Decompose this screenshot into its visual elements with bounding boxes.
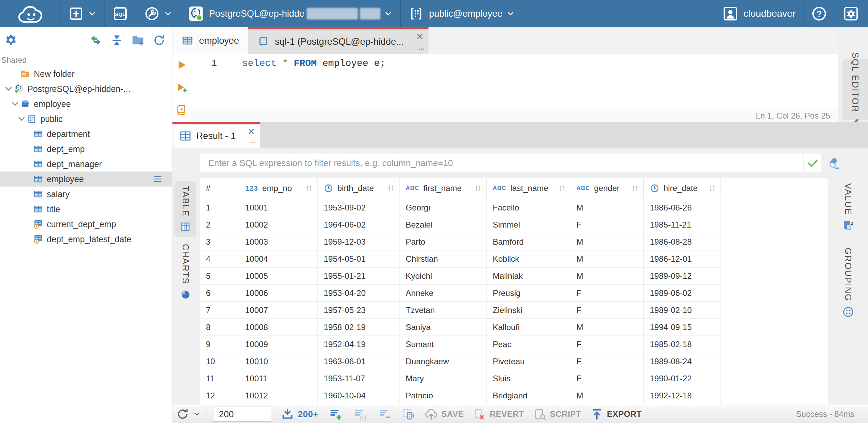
data-cell[interactable]: F xyxy=(570,353,644,370)
table-row[interactable]: 6100061953-04-20AnnekePreusigF1989-06-02 xyxy=(200,285,721,302)
expand-chevron-icon[interactable] xyxy=(16,114,27,124)
data-cell[interactable]: 1958-02-19 xyxy=(318,319,400,336)
data-cell[interactable]: 10001 xyxy=(239,199,318,216)
execute-script-icon[interactable] xyxy=(176,104,188,116)
delete-row-icon[interactable] xyxy=(378,407,392,421)
close-icon[interactable]: ✕ xyxy=(248,127,255,136)
sql-editor[interactable]: 1 select * FROM employee e; xyxy=(172,54,838,109)
data-cell[interactable]: Saniya xyxy=(400,319,487,336)
data-cell[interactable]: Chirstian xyxy=(400,250,487,267)
data-cell[interactable]: M xyxy=(570,319,644,336)
data-cell[interactable]: Zielinski xyxy=(487,302,570,318)
data-cell[interactable]: 10010 xyxy=(239,353,318,370)
sort-icon[interactable] xyxy=(557,183,566,193)
data-cell[interactable]: 1985-02-18 xyxy=(644,336,721,353)
data-cell[interactable]: Sluis xyxy=(487,370,570,387)
row-limit-input[interactable] xyxy=(213,407,271,422)
data-cell[interactable]: F xyxy=(570,336,644,353)
sort-icon[interactable] xyxy=(304,183,314,193)
tree-item-dept_emp_latest_date[interactable]: dept_emp_latest_date xyxy=(0,232,172,247)
result-grid[interactable]: #123emp_nobirth_dateABCfirst_nameABClast… xyxy=(200,178,828,405)
table-row[interactable]: 12100121960-10-04PatricioBridglandM1992-… xyxy=(200,387,721,404)
tab-grouping-panel[interactable]: GROUPING xyxy=(842,248,854,318)
execute-new-tab-icon[interactable] xyxy=(176,81,188,94)
data-cell[interactable]: Tzvetan xyxy=(400,302,487,318)
column-header-first_name[interactable]: ABCfirst_name xyxy=(400,178,487,199)
tab-charts-view[interactable]: CHARTS xyxy=(174,239,196,305)
data-cell[interactable]: 1952-04-19 xyxy=(318,336,400,353)
data-cell[interactable]: Piveteau xyxy=(487,353,570,370)
column-header-hire_date[interactable]: hire_date xyxy=(644,178,721,199)
data-cell[interactable]: Simmel xyxy=(487,216,570,233)
expand-chevron-icon[interactable] xyxy=(10,99,20,109)
duplicate-row-icon[interactable]: (+) xyxy=(353,407,367,421)
data-cell[interactable]: Koblick xyxy=(487,250,570,267)
data-cell[interactable]: Bridgland xyxy=(487,387,570,404)
data-cell[interactable]: F xyxy=(570,285,644,301)
save-button[interactable]: SAVE xyxy=(424,407,464,421)
data-cell[interactable]: 10007 xyxy=(239,302,318,318)
data-cell[interactable]: M xyxy=(570,199,644,216)
data-cell[interactable]: 1990-01-22 xyxy=(644,370,721,387)
filter-input[interactable] xyxy=(200,153,803,173)
apply-filter-button[interactable] xyxy=(803,153,822,173)
data-cell[interactable]: Peac xyxy=(487,336,570,353)
table-row[interactable]: 8100081958-02-19SaniyaKalloufiM1994-09-1… xyxy=(200,319,721,336)
execute-query-icon[interactable] xyxy=(176,59,188,71)
export-button[interactable]: EXPORT xyxy=(590,407,642,421)
expand-chevron-icon[interactable] xyxy=(3,84,14,94)
data-cell[interactable]: M xyxy=(570,233,644,250)
data-cell[interactable]: 10009 xyxy=(239,336,318,353)
data-cell[interactable]: Maliniak xyxy=(487,268,570,284)
add-row-icon[interactable] xyxy=(329,407,342,421)
data-cell[interactable]: 10011 xyxy=(239,370,318,387)
data-cell[interactable]: F xyxy=(570,370,644,387)
table-row[interactable]: 9100091952-04-19SumantPeacF1985-02-18 xyxy=(200,336,721,353)
tree-item-employee[interactable]: employee xyxy=(0,172,172,187)
data-cell[interactable]: Bezalel xyxy=(400,216,487,233)
data-cell[interactable]: 10003 xyxy=(239,233,318,250)
data-cell[interactable]: Facello xyxy=(487,199,570,216)
fetch-more-button[interactable]: 200+ xyxy=(281,407,319,421)
link-with-editor-icon[interactable] xyxy=(89,33,102,47)
tab-menu-icon[interactable]: ··· xyxy=(418,44,424,53)
data-cell[interactable]: 1989-08-24 xyxy=(644,353,721,370)
data-cell[interactable]: Sumant xyxy=(400,336,487,353)
script-button[interactable]: SCRIPT xyxy=(533,407,581,421)
data-cell[interactable]: 1953-09-02 xyxy=(318,199,400,216)
data-cell[interactable]: 1953-04-20 xyxy=(318,285,400,301)
data-cell[interactable]: Kalloufi xyxy=(487,319,570,336)
data-cell[interactable]: Patricio xyxy=(400,387,487,404)
connection-selector[interactable]: PostgreSQL@ep-hidde xyxy=(180,0,400,27)
new-object-button[interactable] xyxy=(60,0,104,27)
tree-item-new-folder[interactable]: New folder xyxy=(0,66,172,81)
table-row[interactable]: 5100051955-01-21KyoichiMaliniakM1989-09-… xyxy=(200,268,721,285)
data-cell[interactable]: M xyxy=(570,387,644,404)
data-cell[interactable]: Parto xyxy=(400,233,487,250)
tree-item-dept_manager[interactable]: dept_manager xyxy=(0,156,172,172)
data-cell[interactable]: 10004 xyxy=(239,250,318,267)
column-header-birth_date[interactable]: birth_date xyxy=(318,178,400,199)
tree-item-salary[interactable]: salary xyxy=(0,187,172,202)
column-header-gender[interactable]: ABCgender xyxy=(570,178,644,199)
data-cell[interactable]: 1985-11-21 xyxy=(644,216,721,233)
data-cell[interactable]: Preusig xyxy=(487,285,570,301)
data-cell[interactable]: F xyxy=(570,302,644,318)
table-row[interactable]: 4100041954-05-01ChirstianKoblickM1986-12… xyxy=(200,250,721,268)
app-logo[interactable] xyxy=(0,0,60,27)
data-cell[interactable]: 1963-06-01 xyxy=(318,353,400,370)
data-cell[interactable]: 1992-12-18 xyxy=(644,387,721,404)
auto-refresh-button[interactable] xyxy=(176,407,201,421)
tree-item-public[interactable]: public xyxy=(0,111,172,126)
sort-icon[interactable] xyxy=(630,183,640,193)
data-cell[interactable]: 1989-02-10 xyxy=(644,302,721,318)
data-cell[interactable]: Bamford xyxy=(487,233,570,250)
table-row[interactable]: 3100031959-12-03PartoBamfordM1986-08-28 xyxy=(200,233,721,250)
refresh-rows-icon[interactable] xyxy=(402,407,416,421)
data-cell[interactable]: F xyxy=(570,216,644,233)
data-cell[interactable]: 10008 xyxy=(239,319,318,336)
settings-button[interactable] xyxy=(835,0,868,27)
tree-item-department[interactable]: department xyxy=(0,126,172,141)
data-cell[interactable]: M xyxy=(570,268,644,284)
data-cell[interactable]: Georgi xyxy=(400,199,487,216)
